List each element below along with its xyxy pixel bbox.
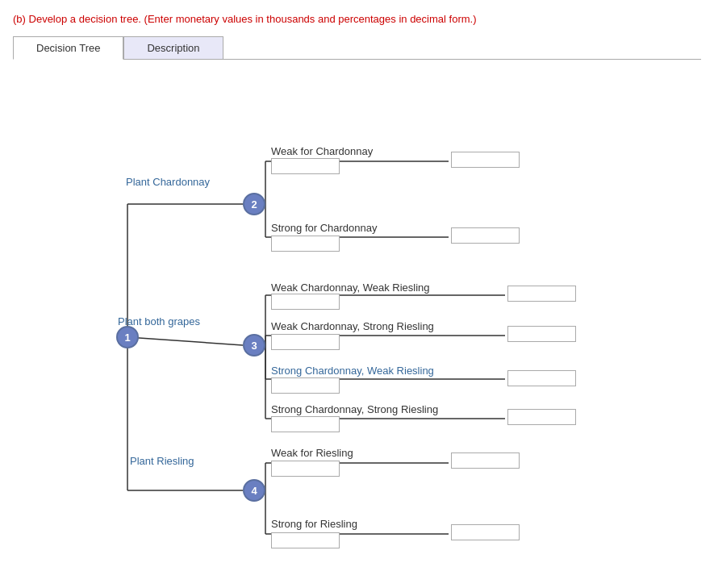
input-sc-sr-val[interactable] <box>271 416 340 432</box>
input-wc-sr-right-val[interactable] <box>507 326 576 342</box>
input-weak-chard-weak-ries-bottom[interactable] <box>271 294 340 310</box>
input-weak-chard-weak-ries-right[interactable] <box>507 286 576 302</box>
label-weak-riesling: Weak for Riesling <box>271 447 353 459</box>
input-sc-sr-right-val[interactable] <box>507 409 576 425</box>
label-weak-chard-strong-ries: Weak Chardonnay, Strong Riesling <box>271 320 434 332</box>
input-weak-chard-strong-ries-right[interactable] <box>507 326 576 342</box>
instruction-highlight: monetary values in thousands and percent… <box>176 13 474 25</box>
input-sc-wr-right-val[interactable] <box>507 370 576 386</box>
label-plant-chardonnay: Plant Chardonnay <box>126 176 210 188</box>
input-wc-sr-val[interactable] <box>271 334 340 350</box>
label-strong-riesling: Strong for Riesling <box>271 518 357 530</box>
input-weak-chardonnay-val[interactable] <box>271 158 340 174</box>
node-1: 1 <box>116 326 139 348</box>
input-strong-chardonnay-right[interactable] <box>451 227 520 244</box>
input-strong-chardonnay-val[interactable] <box>271 236 340 252</box>
input-strong-chard-weak-ries-bottom[interactable] <box>271 377 340 394</box>
input-strong-chardonnay-right-val[interactable] <box>451 227 520 244</box>
label-strong-chard-strong-ries: Strong Chardonnay, Strong Riesling <box>271 403 438 415</box>
label-plant-riesling: Plant Riesling <box>130 455 194 467</box>
input-strong-chard-strong-ries-right[interactable] <box>507 409 576 425</box>
input-wc-wr-right-val[interactable] <box>507 286 576 302</box>
label-weak-chard-weak-ries: Weak Chardonnay, Weak Riesling <box>271 281 430 294</box>
tab-bar: Decision Tree Description <box>13 36 701 60</box>
input-wc-wr-val[interactable] <box>271 294 340 310</box>
node-4: 4 <box>243 479 265 502</box>
input-strong-chard-strong-ries-bottom[interactable] <box>271 416 340 432</box>
instruction-text: (b) Develop a decision tree. (Enter mone… <box>13 13 701 25</box>
input-sc-wr-val[interactable] <box>271 377 340 394</box>
input-strong-riesling-right[interactable] <box>451 524 520 540</box>
label-weak-chardonnay: Weak for Chardonnay <box>271 145 373 157</box>
input-weak-riesling-bottom[interactable] <box>271 461 340 477</box>
input-sr-right-val[interactable] <box>451 524 520 540</box>
tab-description[interactable]: Description <box>123 36 223 59</box>
input-sr-val[interactable] <box>271 532 340 548</box>
node-2: 2 <box>243 193 265 215</box>
input-strong-chard-weak-ries-right[interactable] <box>507 370 576 386</box>
input-strong-chardonnay-bottom[interactable] <box>271 236 340 252</box>
svg-line-2 <box>127 337 243 345</box>
label-strong-chardonnay: Strong for Chardonnay <box>271 222 378 234</box>
tab-decision-tree[interactable]: Decision Tree <box>13 36 123 60</box>
input-weak-chardonnay-bottom[interactable] <box>271 158 340 174</box>
input-wr-right-val[interactable] <box>451 452 520 469</box>
input-wr-val[interactable] <box>271 461 340 477</box>
node-3: 3 <box>243 334 265 357</box>
label-strong-chard-weak-ries: Strong Chardonnay, Weak Riesling <box>271 365 434 377</box>
input-weak-chard-strong-ries-bottom[interactable] <box>271 334 340 350</box>
input-weak-riesling-right[interactable] <box>451 452 520 469</box>
input-weak-chardonnay-right[interactable] <box>451 152 520 168</box>
tree-area: 1 2 3 4 Plant Chardonnay Plant both grap… <box>13 68 674 584</box>
instruction-prefix: (b) <box>13 13 26 25</box>
input-strong-riesling-bottom[interactable] <box>271 532 340 548</box>
instruction-body: Develop a decision tree. (Enter monetary… <box>29 13 477 25</box>
input-weak-chardonnay-right-val[interactable] <box>451 152 520 168</box>
